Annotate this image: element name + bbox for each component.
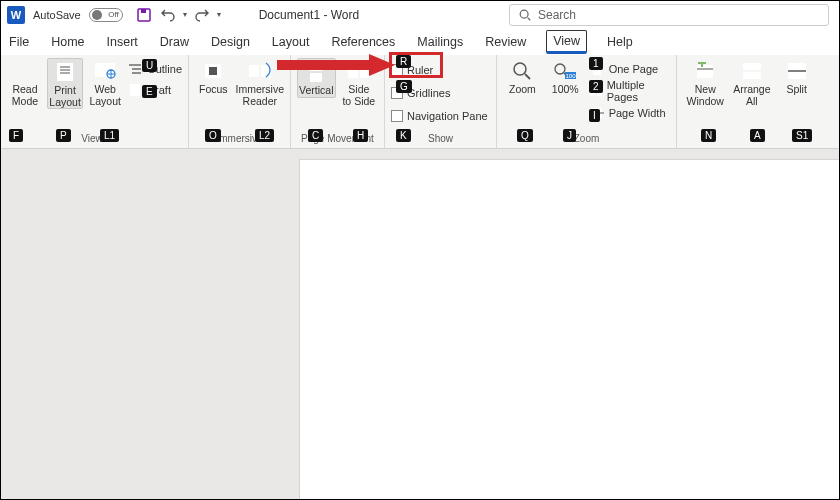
tab-mailings[interactable]: Mailings	[415, 31, 465, 54]
keytip: J	[563, 129, 576, 142]
keytip: G	[396, 80, 412, 93]
keytip: 2	[589, 80, 603, 93]
keytip: E	[142, 85, 157, 98]
svg-rect-17	[130, 84, 140, 96]
new-window-icon	[692, 60, 718, 82]
ribbon: Read Mode Print Layout Web Layout Outlin…	[1, 55, 839, 149]
document-page[interactable]	[299, 159, 839, 499]
autosave-label: AutoSave	[33, 9, 81, 21]
keytip: U	[142, 59, 157, 72]
dropdown-caret-icon[interactable]: ▾	[217, 10, 221, 19]
redo-icon[interactable]	[193, 6, 211, 24]
focus-button[interactable]: Focus	[195, 58, 232, 96]
focus-icon	[200, 60, 226, 82]
read-mode-button[interactable]: Read Mode	[7, 58, 43, 107]
keytip: O	[205, 129, 221, 142]
split-icon	[784, 60, 810, 82]
tab-insert[interactable]: Insert	[105, 31, 140, 54]
keytip: 1	[589, 57, 603, 70]
page-width-button[interactable]: Page Width	[589, 104, 670, 122]
keytip: K	[396, 129, 411, 142]
arrange-all-icon	[739, 60, 765, 82]
tab-draw[interactable]: Draw	[158, 31, 191, 54]
svg-rect-41	[743, 63, 761, 70]
arrange-all-button[interactable]: Arrange All	[731, 58, 772, 107]
svg-point-2	[520, 10, 528, 18]
svg-line-3	[528, 17, 531, 20]
zoom-icon	[509, 60, 535, 82]
svg-line-27	[525, 74, 530, 79]
svg-rect-42	[743, 72, 761, 79]
keytip: N	[701, 129, 716, 142]
keytip: F	[9, 129, 23, 142]
dropdown-caret-icon[interactable]: ▾	[183, 10, 187, 19]
svg-marker-46	[369, 54, 395, 76]
immersive-reader-icon	[247, 60, 273, 82]
keytip: P	[56, 129, 71, 142]
save-icon[interactable]	[135, 6, 153, 24]
svg-rect-20	[249, 65, 259, 77]
read-mode-icon	[12, 60, 38, 82]
navigation-pane-checkbox[interactable]: Navigation Pane	[391, 107, 488, 125]
svg-rect-5	[26, 63, 35, 79]
checkbox-icon	[391, 110, 403, 122]
document-area	[1, 149, 839, 499]
autosave-toggle[interactable]: Off	[89, 8, 123, 22]
tab-review[interactable]: Review	[483, 31, 528, 54]
hundred-percent-icon: 100	[552, 60, 578, 82]
tab-design[interactable]: Design	[209, 31, 252, 54]
keytip: C	[308, 129, 323, 142]
group-label-views: Views	[7, 133, 182, 147]
search-icon	[518, 8, 532, 22]
document-title: Document1 - Word	[259, 8, 359, 22]
tab-layout[interactable]: Layout	[270, 31, 312, 54]
keytip: I	[589, 109, 600, 122]
svg-rect-4	[15, 63, 24, 79]
highlight-box	[389, 52, 443, 78]
arrow-annotation	[277, 54, 395, 78]
svg-text:100: 100	[566, 73, 577, 79]
undo-icon[interactable]	[159, 6, 177, 24]
tab-references[interactable]: References	[329, 31, 397, 54]
keytip: L2	[255, 129, 274, 142]
word-app-icon: W	[7, 6, 25, 24]
keytip: L1	[100, 129, 119, 142]
zoom-button[interactable]: Zoom	[503, 58, 542, 96]
web-layout-button[interactable]: Web Layout	[87, 58, 123, 107]
title-bar: W AutoSave Off ▾ ▾ Document1 - Word Sear…	[1, 1, 839, 29]
new-window-button[interactable]: New Window	[683, 58, 727, 107]
tab-file[interactable]: File	[7, 31, 31, 54]
svg-point-26	[514, 63, 526, 75]
document-gutter	[1, 149, 299, 499]
quick-access-toolbar: ▾ ▾	[135, 6, 221, 24]
hundred-percent-button[interactable]: 100 100%	[546, 58, 585, 96]
svg-rect-45	[277, 60, 373, 70]
svg-rect-37	[697, 65, 713, 78]
tab-view[interactable]: View	[546, 30, 587, 54]
draft-icon	[127, 83, 143, 97]
svg-point-28	[555, 64, 565, 74]
print-layout-icon	[52, 61, 78, 83]
tab-help[interactable]: Help	[605, 31, 635, 54]
outline-icon	[127, 62, 143, 76]
keytip: Q	[517, 129, 533, 142]
print-layout-button[interactable]: Print Layout	[47, 58, 83, 109]
svg-rect-19	[209, 67, 217, 75]
keytip: H	[353, 129, 368, 142]
web-layout-icon	[92, 60, 118, 82]
split-button[interactable]: Split	[776, 58, 817, 96]
tab-home[interactable]: Home	[49, 31, 86, 54]
group-views: Read Mode Print Layout Web Layout Outlin…	[1, 55, 189, 148]
keytip: S1	[792, 129, 812, 142]
keytip: A	[750, 129, 765, 142]
search-input[interactable]: Search	[509, 4, 829, 26]
svg-rect-6	[57, 63, 73, 81]
svg-rect-1	[141, 9, 146, 13]
